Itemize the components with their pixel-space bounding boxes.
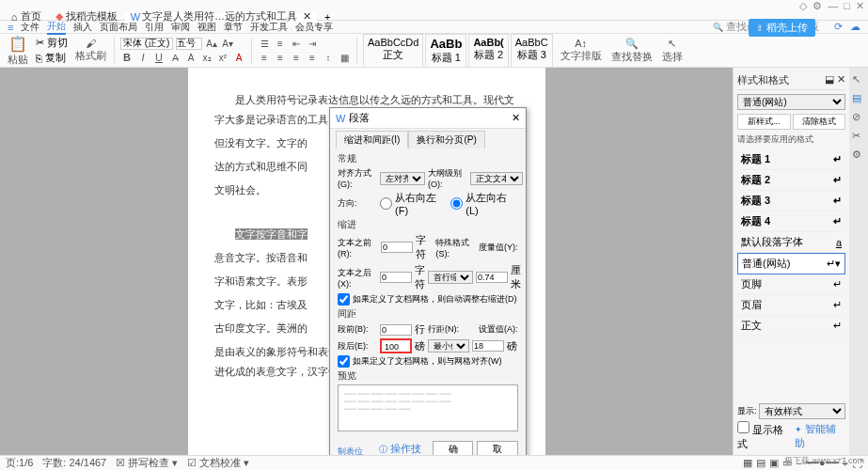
show-select[interactable]: 有效样式 <box>759 403 845 419</box>
showfmt-check[interactable] <box>737 421 750 433</box>
current-style-select[interactable]: 普通(网站) <box>737 94 845 110</box>
select-button[interactable]: ↖选择 <box>660 38 685 64</box>
measure-input[interactable] <box>476 272 508 283</box>
special-select[interactable]: 首行缩进 <box>428 271 473 284</box>
style-item-normal[interactable]: 普通(网站)↵▾ <box>737 253 845 274</box>
style-item-default[interactable]: 默认段落字体a <box>737 232 845 253</box>
style-item-footer[interactable]: 页脚↵ <box>737 274 845 295</box>
numbering-icon[interactable]: ≡ <box>274 37 287 50</box>
close-icon[interactable]: ✕ <box>512 112 520 124</box>
view-web-icon[interactable]: ▤ <box>756 457 765 469</box>
linespace-icon[interactable]: ↕ <box>322 51 335 64</box>
style-item-h1[interactable]: 标题 1↵ <box>737 149 845 170</box>
align-justify-icon[interactable]: ≡ <box>306 51 319 64</box>
spellcheck-toggle[interactable]: ☒ 拼写检查 ▾ <box>116 456 178 470</box>
menu-file[interactable]: 文件 <box>21 21 39 34</box>
menu-chapter[interactable]: 章节 <box>224 21 243 34</box>
menu-insert[interactable]: 插入 <box>73 21 92 34</box>
bullets-icon[interactable]: ☰ <box>258 37 271 50</box>
menu-start[interactable]: 开始 <box>47 20 66 35</box>
sync-icon[interactable]: ⟳ <box>834 21 843 33</box>
style-item-body[interactable]: 正文↵ <box>737 316 845 337</box>
win-gear[interactable]: ⚙ <box>813 0 822 12</box>
style-item-h3[interactable]: 标题 3↵ <box>737 191 845 212</box>
menu-review[interactable]: 审阅 <box>171 21 190 34</box>
cloud-icon[interactable]: ☁ <box>850 21 860 33</box>
view-outline-icon[interactable]: ▣ <box>769 457 779 469</box>
after-input[interactable] <box>380 272 412 283</box>
tab-document[interactable]: W文字是人类用符…远的方式和工具✕ <box>125 13 317 21</box>
clear-format-button[interactable]: 清除格式 <box>793 114 846 130</box>
select-tool-icon[interactable]: ↖ <box>852 73 865 86</box>
strike-icon[interactable]: A̶ <box>168 51 181 64</box>
smart-assist-link[interactable]: ✦ 智能辅助 <box>795 422 845 450</box>
textcolor-icon[interactable]: A <box>232 51 245 64</box>
menu-ref[interactable]: 引用 <box>145 21 164 34</box>
italic-icon[interactable]: I <box>136 51 150 64</box>
win-max[interactable]: □ <box>844 0 850 12</box>
align-select[interactable]: 左对齐 <box>380 172 425 185</box>
tab-indent[interactable]: 缩进和间距(I) <box>336 131 408 149</box>
sub-icon[interactable]: x₂ <box>200 51 213 64</box>
status-page[interactable]: 页:1/6 <box>6 456 33 470</box>
menu-view[interactable]: 视图 <box>197 21 216 34</box>
font-select[interactable] <box>120 38 173 50</box>
style-h1[interactable]: AaBb标题 1 <box>425 34 466 68</box>
text-layout-button[interactable]: A↕文字排版 <box>559 38 604 63</box>
outline-select[interactable]: 正文文本 <box>470 172 523 185</box>
styles-tool-icon[interactable]: ▤ <box>852 92 865 105</box>
settings-tool-icon[interactable]: ⚙ <box>852 149 865 162</box>
align-right-icon[interactable]: ≡ <box>290 51 303 64</box>
limit-tool-icon[interactable]: ⊘ <box>852 111 865 124</box>
style-h2[interactable]: AaBb(标题 2 <box>468 34 508 68</box>
paste-button[interactable]: 📋粘贴 <box>6 35 30 67</box>
lineh-select[interactable]: 最小值 <box>428 339 469 352</box>
size-select[interactable] <box>176 38 202 50</box>
align-center-icon[interactable]: ≡ <box>274 51 287 64</box>
grow-font-icon[interactable]: A▴ <box>205 37 218 50</box>
setat-input[interactable] <box>472 340 504 352</box>
menu-dev[interactable]: 开发工具 <box>250 21 288 34</box>
style-item-h2[interactable]: 标题 2↵ <box>737 170 845 191</box>
menu-vip[interactable]: 会员专享 <box>295 21 333 34</box>
style-normal[interactable]: AaBbCcDd正文 <box>363 34 423 68</box>
tab-home[interactable]: ⌂首页 <box>4 13 47 21</box>
style-item-h4[interactable]: 标题 4↵ <box>737 212 845 232</box>
indent-inc-icon[interactable]: ⇥ <box>306 37 319 50</box>
panel-close-icon[interactable]: ✕ <box>837 73 845 85</box>
indent-dec-icon[interactable]: ⇤ <box>290 37 303 50</box>
sup-icon[interactable]: x² <box>216 51 229 64</box>
copy-icon[interactable]: ⎘ <box>36 53 42 64</box>
cut-icon[interactable]: ✂ <box>36 37 44 49</box>
align-left-icon[interactable]: ≡ <box>258 51 271 64</box>
underline-icon[interactable]: U <box>152 51 166 64</box>
menu-layout[interactable]: 页面布局 <box>100 21 137 34</box>
before-input[interactable] <box>381 242 413 253</box>
win-diamond[interactable]: ◇ <box>799 0 807 12</box>
bold-icon[interactable]: B <box>120 51 134 64</box>
find-replace-button[interactable]: 🔍查找替换 <box>609 38 655 64</box>
new-style-button[interactable]: 新样式... <box>737 114 791 130</box>
style-h3[interactable]: AaBbC标题 3 <box>511 34 553 68</box>
win-min[interactable]: — <box>828 0 838 12</box>
auto-indent-check[interactable] <box>338 293 350 306</box>
status-words[interactable]: 字数: 24/1467 <box>42 456 106 470</box>
panel-pin-icon[interactable]: ⬓ <box>825 73 834 85</box>
shading-icon[interactable]: ▦ <box>338 51 351 64</box>
tab-page[interactable]: 换行和分页(P) <box>408 131 484 149</box>
app-menu-icon[interactable]: ≡ <box>8 22 13 33</box>
upload-button[interactable]: ⇧ 稻壳上传 <box>749 19 815 37</box>
format-painter[interactable]: 🖌格式刷 <box>73 38 108 63</box>
rtl-radio[interactable] <box>380 197 392 210</box>
ltr-radio[interactable] <box>450 197 463 210</box>
style-item-header[interactable]: 页眉↵ <box>737 295 845 316</box>
clip-tool-icon[interactable]: ✂ <box>852 130 865 143</box>
sbefore-input[interactable] <box>380 324 412 336</box>
shrink-font-icon[interactable]: A▾ <box>221 37 234 50</box>
grid-check[interactable] <box>338 355 350 368</box>
view-print-icon[interactable]: ▦ <box>743 457 752 469</box>
doccheck-toggle[interactable]: ☑ 文档校准 ▾ <box>187 456 249 470</box>
win-close[interactable]: ✕ <box>856 0 864 12</box>
highlight-icon[interactable]: A <box>184 51 197 64</box>
safter-input[interactable] <box>384 342 408 352</box>
